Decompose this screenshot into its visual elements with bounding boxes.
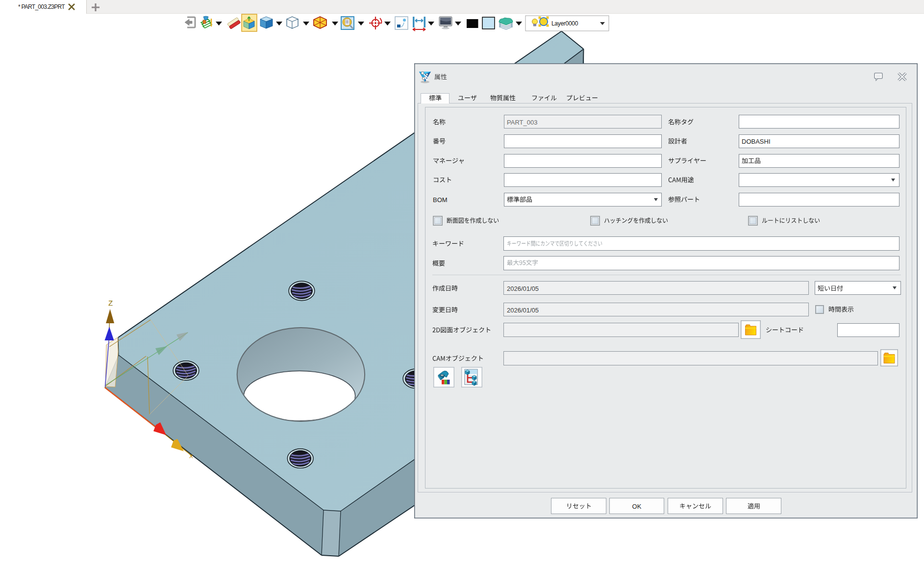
svg-text:X: X [189, 453, 193, 459]
svg-text:Z: Z [108, 299, 113, 307]
svg-text:Layer0000: Layer0000 [551, 20, 578, 27]
